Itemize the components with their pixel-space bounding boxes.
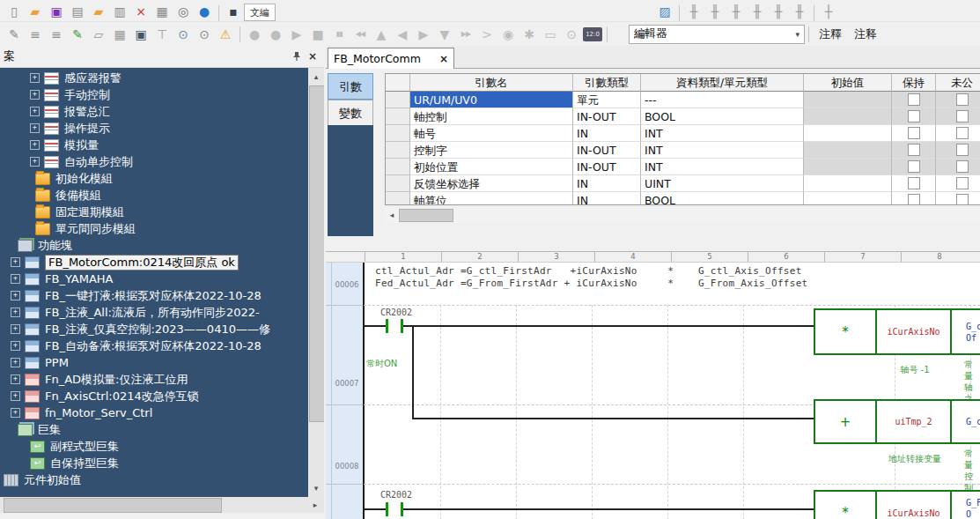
tree-item[interactable]: +FB_MotorComm:0214改回原点 ok: [0, 254, 308, 271]
expand-icon[interactable]: +: [11, 324, 20, 334]
skip-fwd-icon[interactable]: ▶▶: [455, 25, 476, 44]
initial-value-cell[interactable]: [804, 192, 892, 205]
row-selector[interactable]: [386, 142, 410, 159]
grid-icon[interactable]: ▦: [109, 25, 130, 44]
row-selector[interactable]: [386, 108, 410, 125]
expand-icon[interactable]: +: [30, 90, 40, 100]
doc-watch-icon[interactable]: ⊙: [194, 25, 215, 44]
record-icon[interactable]: ●: [244, 25, 265, 44]
tab-variables[interactable]: 變數: [328, 100, 373, 126]
expand-icon[interactable]: +: [30, 157, 40, 167]
public-checkbox[interactable]: [956, 177, 969, 189]
tree-item[interactable]: ↩副程式型巨集: [0, 438, 308, 455]
data-type-cell[interactable]: BOOL: [641, 108, 804, 125]
expand-icon[interactable]: +: [11, 341, 20, 351]
tree-item[interactable]: +FB_一键打液:根据泵对应杯体2022-10-28: [0, 287, 308, 304]
row-selector[interactable]: [386, 159, 410, 175]
run-to-icon[interactable]: ◉: [497, 25, 519, 44]
tree-item[interactable]: 後備模組: [0, 187, 308, 204]
comment-trad-button[interactable]: 注釋: [813, 25, 848, 44]
expand-icon[interactable]: +: [30, 107, 40, 116]
row-selector[interactable]: [386, 125, 410, 142]
expand-icon[interactable]: +: [30, 140, 40, 150]
expand-icon[interactable]: +: [11, 408, 20, 418]
scroll-right-icon[interactable]: ▸: [308, 497, 322, 513]
argument-type-cell[interactable]: IN-OUT: [573, 159, 641, 175]
math-block-multiply[interactable]: * iCurAxisNo G_Fr O: [814, 490, 980, 519]
param-row[interactable]: 控制字IN-OUTINT: [386, 142, 980, 159]
row-selector[interactable]: [386, 175, 410, 192]
tree-item[interactable]: 元件初始值: [0, 471, 308, 488]
tree-item[interactable]: 固定週期模組: [0, 204, 308, 220]
app-purple-icon[interactable]: ▣: [46, 2, 67, 21]
retain-checkbox[interactable]: [908, 110, 920, 122]
param-row[interactable]: UR/UM/UV0單元---: [386, 92, 980, 108]
hand-icon[interactable]: ✱: [519, 25, 540, 44]
argument-name-cell[interactable]: 控制字: [410, 142, 573, 159]
scroll-up-icon[interactable]: ▴: [308, 70, 324, 84]
edit-pencil-icon[interactable]: ✎: [4, 25, 25, 44]
expand-icon[interactable]: +: [11, 308, 20, 317]
info-icon[interactable]: ●: [194, 2, 215, 21]
doc-delete-icon[interactable]: ×: [130, 2, 151, 21]
timer-icon[interactable]: ⊙: [561, 25, 582, 44]
editor-combo[interactable]: 編輯器▾: [629, 25, 805, 44]
search-icon[interactable]: ◎: [173, 2, 194, 21]
scroll-down-icon[interactable]: ▾: [308, 481, 324, 495]
tree-item[interactable]: +FB_自动备液:根据泵对应杯体2022-10-28: [0, 337, 308, 354]
pin-icon[interactable]: [289, 49, 305, 63]
stop-icon[interactable]: ■: [307, 25, 328, 44]
tree-item[interactable]: +手动控制: [0, 86, 308, 103]
data-type-cell[interactable]: BOOL: [641, 192, 804, 205]
scroll-thumb[interactable]: [399, 209, 453, 222]
list-icon[interactable]: ≡: [25, 25, 46, 44]
tree-item[interactable]: +FB_注液_All:流液后，所有动作同步2022-: [0, 304, 308, 321]
retain-checkbox[interactable]: [908, 93, 920, 106]
public-checkbox[interactable]: [956, 110, 969, 122]
tree-item[interactable]: 巨集: [0, 421, 308, 438]
tree-item[interactable]: 功能塊: [0, 237, 308, 254]
tree-item[interactable]: +模拟量: [0, 137, 308, 153]
pause-icon[interactable]: ▮▮: [328, 25, 350, 44]
expand-icon[interactable]: +: [11, 291, 20, 300]
argument-name-cell[interactable]: 初始位置: [410, 159, 573, 175]
tree-item[interactable]: +PPM: [0, 354, 308, 371]
expand-icon[interactable]: +: [30, 73, 40, 83]
table-horizontal-scrollbar[interactable]: ◂: [385, 208, 980, 222]
print-icon[interactable]: ▦: [151, 2, 173, 21]
tree-item[interactable]: +FB_注液_仅真空控制:2023——0410——修: [0, 321, 308, 337]
step-down-icon[interactable]: ▼: [434, 25, 455, 44]
argument-name-cell[interactable]: 軸算位: [410, 192, 573, 205]
param-row[interactable]: 反馈坐标选择INUINT: [386, 175, 980, 192]
retain-checkbox[interactable]: [908, 160, 920, 173]
argument-type-cell[interactable]: IN-OUT: [573, 142, 641, 159]
tree-item[interactable]: 單元間同步模組: [0, 220, 308, 237]
tree-item[interactable]: +感应器报警: [0, 70, 308, 86]
argument-type-cell[interactable]: IN: [573, 175, 641, 192]
expand-icon[interactable]: +: [11, 374, 20, 384]
record2-icon[interactable]: ●: [265, 25, 286, 44]
step-up-icon[interactable]: ▲: [371, 25, 392, 44]
initial-value-cell[interactable]: [804, 175, 892, 192]
new-doc-icon[interactable]: ▯: [4, 2, 25, 21]
initial-value-cell[interactable]: [804, 159, 892, 175]
open-folder-icon[interactable]: ▰: [25, 2, 46, 21]
monitor-icon[interactable]: ▣: [130, 25, 151, 44]
argument-name-cell[interactable]: 反馈坐标选择: [410, 175, 573, 192]
close-panel-icon[interactable]: ×: [305, 49, 321, 63]
tree-item[interactable]: +Fn_AxisCtrl:0214改急停互锁: [0, 388, 308, 404]
initial-value-cell[interactable]: [804, 92, 892, 108]
initial-value-cell[interactable]: [804, 125, 892, 142]
public-checkbox[interactable]: [956, 194, 969, 205]
retain-checkbox[interactable]: [908, 194, 920, 205]
close-tab-icon[interactable]: ×: [439, 53, 448, 65]
monitor-warning-icon[interactable]: ⚠: [215, 25, 236, 44]
param-row[interactable]: 軸算位INBOOL: [386, 192, 980, 205]
module-icon[interactable]: ▪: [223, 2, 244, 21]
data-type-cell[interactable]: INT: [641, 159, 804, 175]
contact-icon[interactable]: [386, 502, 388, 516]
retain-checkbox[interactable]: [908, 144, 920, 156]
step-over-icon[interactable]: >: [476, 25, 497, 44]
public-checkbox[interactable]: [956, 93, 969, 106]
contact-icon[interactable]: [386, 319, 388, 333]
